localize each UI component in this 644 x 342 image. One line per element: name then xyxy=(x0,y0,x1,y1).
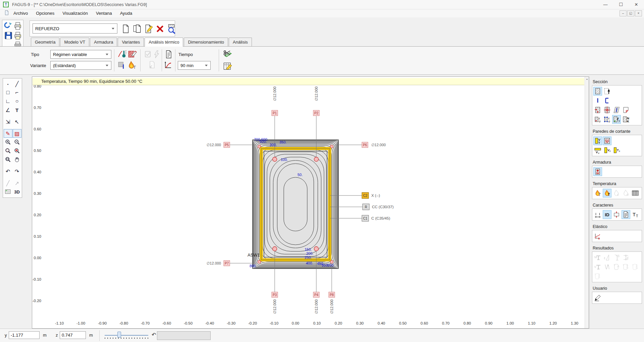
section-nk-icon[interactable]: NK xyxy=(622,115,630,124)
draw-tool[interactable]: ✎ xyxy=(4,129,12,138)
drawing-canvas[interactable]: Temperatura, Tiempo 90 min, Equidistance… xyxy=(32,76,589,329)
z-coordinate-input[interactable] xyxy=(60,331,86,339)
menu-visualización[interactable]: Visualización xyxy=(58,11,92,16)
menu-archivo[interactable]: Archivo xyxy=(9,11,32,16)
edit-fire-curve-button[interactable] xyxy=(223,49,232,59)
report-button[interactable] xyxy=(164,50,174,59)
scale-slider-track[interactable] xyxy=(105,335,148,336)
y-coordinate-input[interactable] xyxy=(9,331,40,339)
edit-time-table-button[interactable] xyxy=(223,61,232,71)
tab-geometría[interactable]: Geometría xyxy=(31,38,59,46)
copy-variant-button[interactable] xyxy=(132,24,142,34)
user-pencil-icon[interactable] xyxy=(593,293,602,302)
wall-tx-icon[interactable]: Tx xyxy=(612,146,621,155)
elastic-s-icon[interactable]: s xyxy=(593,232,602,240)
temp-flame-t2-icon[interactable]: T xyxy=(603,189,611,197)
wall-u-icon[interactable]: U xyxy=(603,136,611,145)
svg-text:∅12.000: ∅12.000 xyxy=(207,143,221,147)
save-button[interactable] xyxy=(4,31,13,40)
zoom-in-tool[interactable] xyxy=(4,138,12,147)
temp-table-icon[interactable] xyxy=(631,189,640,197)
menu-ventana[interactable]: Ventana xyxy=(92,11,116,16)
char-dim-icon[interactable] xyxy=(593,210,602,219)
tab-armadura[interactable]: Armadura xyxy=(90,38,117,46)
point-tool[interactable]: · xyxy=(4,79,12,88)
fire-exposure-button[interactable]: T xyxy=(127,61,137,70)
tab-variantes[interactable]: Variantes xyxy=(118,38,144,46)
wall-vy-icon[interactable]: Vy xyxy=(593,146,602,155)
edit-variant-button[interactable] xyxy=(144,24,154,34)
measure-tool[interactable]: ⇲ xyxy=(4,117,12,126)
grid-options-button[interactable] xyxy=(4,187,12,196)
zoom-all-tool[interactable] xyxy=(4,155,12,164)
menu-ayuda[interactable]: Ayuda xyxy=(116,11,137,16)
tab-análisis-térmico[interactable]: Análisis térmico xyxy=(145,38,183,47)
tab-dimensionamiento[interactable]: Dimensionamiento xyxy=(184,38,228,46)
print-button[interactable] xyxy=(13,21,22,30)
circle-tool[interactable]: ○ xyxy=(13,97,21,106)
view-3d-button[interactable]: 3D xyxy=(13,187,21,196)
tipo-combobox[interactable]: Régimen variable xyxy=(50,50,111,59)
mdi-restore-button[interactable]: ◱ xyxy=(627,10,634,16)
section-skew-icon[interactable]: I xyxy=(612,106,621,114)
char-tt-icon[interactable]: TT xyxy=(631,210,640,219)
char-doc-icon[interactable] xyxy=(622,210,630,219)
variante-combobox[interactable]: (Estándard) xyxy=(50,61,111,70)
section-channel-icon[interactable] xyxy=(603,96,611,105)
section-axes-icon[interactable] xyxy=(603,106,611,114)
menu-opciones[interactable]: Opciones xyxy=(32,11,58,16)
tab-análisis[interactable]: Análisis xyxy=(229,38,252,46)
undo-button[interactable]: ↶ xyxy=(4,167,12,176)
lshape-tool[interactable]: ∟ xyxy=(4,97,12,106)
tiempo-combobox[interactable]: 90 min xyxy=(178,61,211,70)
delete-variant-button[interactable] xyxy=(155,24,165,34)
rect-tool[interactable]: □ xyxy=(4,88,12,97)
select-tool[interactable]: ↖ xyxy=(13,117,21,126)
section-forces-icon[interactable] xyxy=(593,106,602,114)
reset-view-icon[interactable]: ↶ xyxy=(152,332,156,338)
vertical-scrollbar[interactable]: ▲ xyxy=(585,77,589,328)
wall-vt-icon[interactable]: VT xyxy=(593,136,602,145)
variant-combobox[interactable]: REFUERZO xyxy=(33,23,117,34)
print-preview-button[interactable] xyxy=(4,21,13,30)
polyline-tool[interactable]: ⌐ xyxy=(13,88,21,97)
minimize-button[interactable]: — xyxy=(598,0,613,9)
maximize-button[interactable]: ☐ xyxy=(613,0,629,9)
zoom-out-tool[interactable] xyxy=(13,138,21,147)
section-ibeam-icon[interactable]: I xyxy=(593,96,602,105)
tab-modelo-vt[interactable]: Modelo VT xyxy=(60,38,89,46)
section-partial-icon[interactable] xyxy=(603,87,611,96)
scroll-up-icon[interactable]: ▲ xyxy=(585,77,589,81)
edit-thermal-section-button[interactable] xyxy=(127,49,137,59)
svg-text:T: T xyxy=(598,192,601,196)
section-layer-icon[interactable] xyxy=(622,106,630,114)
scale-slider-thumb[interactable] xyxy=(117,332,121,338)
section-fy-icon[interactable]: fy xyxy=(612,115,621,124)
line-tool[interactable]: ╱ xyxy=(13,79,21,88)
zoom-prev-tool[interactable] xyxy=(13,147,21,155)
pan-tool[interactable] xyxy=(13,155,21,164)
section-eps-sigma-pts-icon[interactable]: εσ xyxy=(603,115,611,124)
section-eps-sigma-icon[interactable]: εσ xyxy=(593,115,602,124)
print-setup-button[interactable] xyxy=(13,31,22,40)
char-id-icon[interactable]: ID xyxy=(603,210,611,219)
zoom-window-tool[interactable] xyxy=(4,147,12,155)
wall-vz-icon[interactable]: Vz xyxy=(603,146,611,155)
diagram-button[interactable] xyxy=(164,61,173,70)
mdi-close-button[interactable]: × xyxy=(635,10,642,16)
svg-text:-0.60: -0.60 xyxy=(162,321,171,325)
inspect-variant-button[interactable] xyxy=(166,24,176,34)
fill-tool[interactable]: ▨ xyxy=(13,129,21,138)
char-dim-red-icon[interactable] xyxy=(612,210,621,219)
close-button[interactable]: ✕ xyxy=(629,0,644,9)
rebar-display-icon[interactable] xyxy=(593,167,602,176)
new-variant-button[interactable] xyxy=(121,24,131,34)
fire-curve-settings-button[interactable] xyxy=(117,49,127,59)
section-temperature-button[interactable]: I xyxy=(117,61,127,70)
redo-button[interactable]: ↷ xyxy=(13,167,21,176)
section-solid-icon[interactable] xyxy=(593,87,602,96)
temp-flame-t1-icon[interactable]: T xyxy=(593,189,602,197)
text-tool[interactable]: T xyxy=(13,106,21,114)
mdi-minimize-button[interactable]: – xyxy=(620,10,627,16)
angle-tool[interactable]: ∠ xyxy=(4,106,12,114)
